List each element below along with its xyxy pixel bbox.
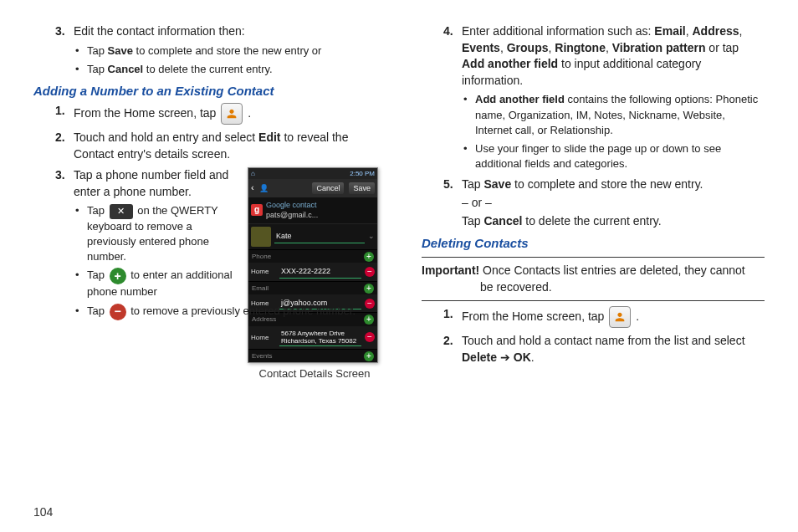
right-column: 4. Enter additional information such as:… xyxy=(422,23,765,524)
contacts-icon xyxy=(609,306,631,328)
delete-step1: 1. From the Home screen, tap . xyxy=(443,306,765,328)
heading-deleting: Deleting Contacts xyxy=(422,234,765,252)
contacts-icon xyxy=(221,103,243,125)
remove-addr-icon: − xyxy=(365,332,375,342)
steps-deleting: 1. From the Home screen, tap . 2. Touch … xyxy=(443,306,765,366)
right-step5: 5. Tap Save to complete and store the ne… xyxy=(443,176,765,229)
step3-bullets: Tap ✕ on the QWERTY keyboard to remove a… xyxy=(75,203,234,320)
step-text: Edit the contact information then: xyxy=(74,24,245,38)
page-number: 104 xyxy=(33,505,53,519)
or-divider: – or – xyxy=(462,195,765,212)
important-label: Important! xyxy=(422,263,479,277)
step-num: 1. xyxy=(443,306,453,323)
type-home-addr: Home xyxy=(251,333,276,342)
bullet-del-key: Tap ✕ on the QWERTY keyboard to remove a… xyxy=(75,203,234,264)
steps-top: 3. Edit the contact information then: Ta… xyxy=(55,23,376,77)
label-events: Events + xyxy=(248,349,377,362)
adding-step3: 3. Tap a phone number field and enter a … xyxy=(55,167,376,320)
phone-caption: Contact Details Screen xyxy=(248,366,381,381)
right-step4: 4. Enter additional information such as:… xyxy=(443,23,765,171)
address-value: 5678 Anywhere Drive Richardson, Texas 75… xyxy=(279,329,361,346)
delete-key-icon: ✕ xyxy=(110,204,133,219)
minus-icon: − xyxy=(110,304,126,320)
heading-adding: Adding a Number to an Existing Contact xyxy=(33,82,376,100)
steps-adding: 1. From the Home screen, tap . 2. Touch … xyxy=(55,103,376,320)
bullet-add-field: Add another field contains the following… xyxy=(463,92,765,138)
add-event-icon: + xyxy=(364,351,374,361)
step-num: 5. xyxy=(443,176,453,193)
step-num: 3. xyxy=(55,167,65,184)
separator-top xyxy=(422,257,765,258)
step-num: 4. xyxy=(443,23,453,40)
adding-step2: 2. Touch and hold an entry and select Ed… xyxy=(55,130,376,162)
step-num: 1. xyxy=(55,103,65,120)
step4-bullets: Add another field contains the following… xyxy=(463,92,765,171)
bullet-cancel: Tap Cancel to delete the current entry. xyxy=(75,62,376,77)
manual-page: 3. Edit the contact information then: Ta… xyxy=(0,0,798,532)
bullet-save: Tap Save to complete and store the new e… xyxy=(75,43,376,59)
adding-step1: 1. From the Home screen, tap . xyxy=(55,103,376,125)
step3-bullets: Tap Save to complete and store the new e… xyxy=(75,43,376,77)
important-note: Important! Once Contacts list entries ar… xyxy=(422,263,765,295)
step-num: 2. xyxy=(443,333,453,350)
steps-right: 4. Enter additional information such as:… xyxy=(443,23,765,229)
step-num: 2. xyxy=(55,130,65,146)
step2-text: Touch and hold an entry and select Edit … xyxy=(74,130,376,162)
left-column: 3. Edit the contact information then: Ta… xyxy=(33,23,376,524)
bullet-add-phone: Tap + to enter an additional phone numbe… xyxy=(75,268,234,299)
separator-bottom xyxy=(422,300,765,301)
step-3-edit: 3. Edit the contact information then: Ta… xyxy=(55,23,376,77)
step-num: 3. xyxy=(55,23,65,40)
bullet-scroll: Use your finger to slide the page up or … xyxy=(463,141,765,171)
plus-icon: + xyxy=(110,268,126,284)
step3-text: Tap a phone number field and enter a pho… xyxy=(74,168,228,198)
bullet-remove-phone: Tap − to remove a previously entered pho… xyxy=(75,304,376,320)
delete-step2: 2. Touch and hold a contact name from th… xyxy=(443,333,765,366)
